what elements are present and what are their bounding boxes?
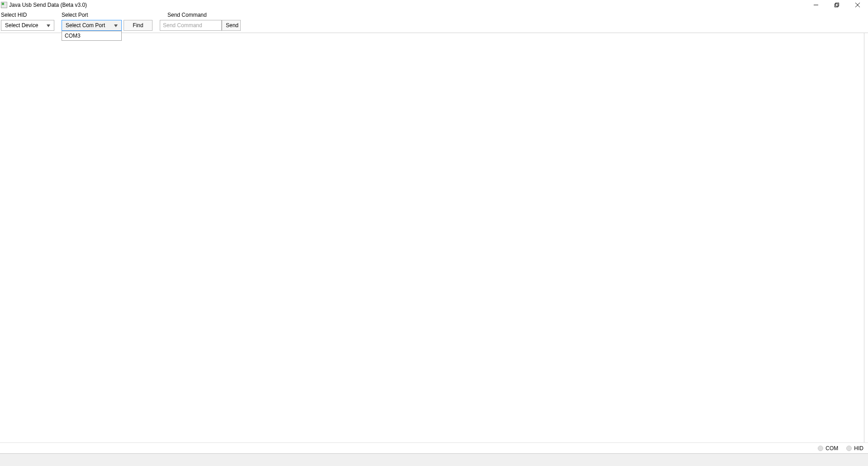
os-taskbar[interactable] [0, 453, 868, 466]
label-select-port: Select Port [62, 12, 167, 18]
send-button[interactable]: Send [222, 20, 241, 31]
statusbar: COM HID [0, 442, 868, 453]
svg-rect-1 [835, 4, 838, 7]
hid-combobox[interactable]: Select Device [1, 20, 54, 31]
chevron-down-icon [112, 22, 119, 29]
command-group: Send [160, 20, 241, 31]
status-hid: HID [846, 445, 863, 452]
svg-marker-5 [47, 24, 50, 27]
command-input[interactable] [160, 20, 222, 31]
port-find-group: Select Com Port COM3 Find [62, 20, 153, 31]
svg-rect-2 [836, 3, 839, 6]
status-dot-icon [818, 446, 823, 451]
app-icon [1, 2, 7, 8]
hid-combobox-selected: Select Device [5, 22, 38, 29]
status-com: COM [818, 445, 838, 452]
toolbar-labels: Select HID Select Port Send Command [0, 10, 868, 18]
port-combobox-selected: Select Com Port [66, 22, 105, 29]
label-select-hid: Select HID [1, 12, 62, 18]
svg-marker-6 [114, 24, 118, 27]
minimize-button[interactable] [806, 0, 826, 10]
close-icon [855, 3, 860, 7]
titlebar-buttons [806, 0, 868, 10]
app-title: Java Usb Send Data (Beta v3.0) [9, 2, 87, 8]
content-area [0, 33, 864, 442]
label-send-command: Send Command [167, 12, 867, 18]
port-combobox[interactable]: Select Com Port COM3 [62, 20, 122, 31]
port-option-com3[interactable]: COM3 [62, 31, 121, 40]
port-dropdown: COM3 [62, 31, 122, 41]
minimize-icon [814, 3, 818, 7]
status-dot-icon [846, 446, 852, 451]
toolbar: Select Device Select Com Port COM3 Find … [0, 18, 868, 33]
status-hid-label: HID [854, 445, 863, 452]
status-com-label: COM [825, 445, 838, 452]
titlebar: Java Usb Send Data (Beta v3.0) [0, 0, 868, 10]
maximize-icon [835, 3, 839, 7]
maximize-button[interactable] [826, 0, 847, 10]
chevron-down-icon [45, 22, 52, 29]
find-button[interactable]: Find [124, 20, 153, 31]
titlebar-left: Java Usb Send Data (Beta v3.0) [1, 2, 87, 8]
close-button[interactable] [847, 0, 868, 10]
